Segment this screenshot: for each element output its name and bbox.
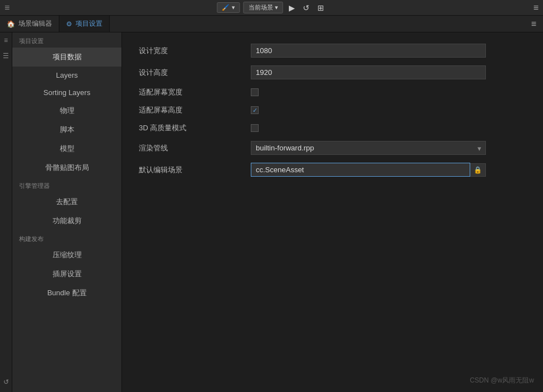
settings-icon: ⚙ bbox=[66, 20, 72, 28]
left-icon-panel: ≡ ☰ ↺ bbox=[0, 32, 12, 392]
form-row-design-height: 设计高度 bbox=[139, 65, 526, 79]
form-row-default-scene: 默认编辑场景 🔒 bbox=[139, 163, 526, 177]
tab-bar-menu[interactable]: ≡ bbox=[525, 19, 543, 29]
input-default-scene[interactable] bbox=[251, 163, 470, 177]
default-scene-input-group: 🔒 bbox=[251, 163, 486, 177]
input-design-width[interactable] bbox=[251, 44, 486, 58]
form-row-hd-mode: 3D 高质量模式 bbox=[139, 123, 526, 133]
paint-tool-btn[interactable]: 🖌️ ▾ bbox=[217, 2, 240, 13]
sidebar-item-skeleton-atlas[interactable]: 骨骼贴图布局 bbox=[12, 158, 121, 177]
sidebar-item-splash-screen[interactable]: 插屏设置 bbox=[12, 265, 121, 284]
label-fit-width: 适配屏幕宽度 bbox=[139, 87, 251, 97]
value-fit-width bbox=[251, 88, 526, 96]
sidebar-section-engine: 引擎管理器 bbox=[12, 177, 121, 192]
value-design-width bbox=[251, 44, 526, 58]
tab-scene-editor[interactable]: 🏠 场景编辑器 bbox=[0, 16, 59, 32]
scene-select-btn[interactable]: 当前场景 ▾ bbox=[244, 2, 283, 13]
checkbox-fit-width[interactable] bbox=[251, 88, 259, 96]
main-layout: ≡ ☰ ↺ 项目设置 项目数据 Layers Sorting Layers 物理… bbox=[0, 32, 543, 392]
label-design-height: 设计高度 bbox=[139, 68, 251, 78]
form-row-fit-height: 适配屏幕高度 bbox=[139, 105, 526, 115]
sidebar-section-build: 构建发布 bbox=[12, 230, 121, 245]
left-menu-btn[interactable]: ≡ bbox=[1, 35, 12, 46]
checkbox-fit-height[interactable] bbox=[251, 106, 259, 114]
top-toolbar: ≡ 🖌️ ▾ 当前场景 ▾ ▶ ↺ ⊞ ≡ bbox=[0, 0, 543, 16]
form-row-render-pipeline: 渲染管线 builtin-forward.rpp builtin-deferre… bbox=[139, 141, 526, 155]
sidebar-item-deconfig[interactable]: 去配置 bbox=[12, 192, 121, 211]
play-btn[interactable]: ▶ bbox=[287, 2, 297, 13]
form-row-fit-width: 适配屏幕宽度 bbox=[139, 87, 526, 97]
input-design-height[interactable] bbox=[251, 65, 486, 79]
select-render-pipeline[interactable]: builtin-forward.rpp builtin-deferred.rpp bbox=[251, 141, 486, 155]
left-list-btn[interactable]: ☰ bbox=[1, 50, 12, 62]
tab-project-settings[interactable]: ⚙ 项目设置 bbox=[59, 16, 110, 32]
render-pipeline-wrapper: builtin-forward.rpp builtin-deferred.rpp bbox=[251, 141, 486, 155]
sidebar-item-sorting-layers[interactable]: Sorting Layers bbox=[12, 84, 121, 101]
sidebar-item-project-data[interactable]: 项目数据 bbox=[12, 48, 121, 67]
content-area: 设计宽度 设计高度 适配屏幕宽度 适配屏幕高度 bbox=[122, 32, 543, 392]
watermark: CSDN @w风雨无阻w bbox=[470, 376, 534, 385]
toolbar-center: 🖌️ ▾ 当前场景 ▾ ▶ ↺ ⊞ bbox=[217, 2, 326, 13]
sidebar-item-scripts[interactable]: 脚本 bbox=[12, 120, 121, 139]
sidebar-item-physics[interactable]: 物理 bbox=[12, 101, 121, 120]
undo-btn[interactable]: ↺ bbox=[301, 2, 312, 13]
form-row-design-width: 设计宽度 bbox=[139, 44, 526, 58]
scene-editor-icon: 🏠 bbox=[7, 20, 15, 28]
label-fit-height: 适配屏幕高度 bbox=[139, 105, 251, 115]
lock-icon[interactable]: 🔒 bbox=[470, 163, 486, 177]
sidebar-item-compress-texture[interactable]: 压缩纹理 bbox=[12, 245, 121, 265]
sidebar-item-feature-crop[interactable]: 功能裁剪 bbox=[12, 211, 121, 230]
sidebar-item-layers[interactable]: Layers bbox=[12, 67, 121, 84]
label-design-width: 设计宽度 bbox=[139, 46, 251, 56]
left-refresh-btn[interactable]: ↺ bbox=[1, 376, 12, 388]
value-fit-height bbox=[251, 106, 526, 114]
grid-btn[interactable]: ⊞ bbox=[315, 2, 326, 13]
label-hd-mode: 3D 高质量模式 bbox=[139, 123, 251, 133]
value-render-pipeline: builtin-forward.rpp builtin-deferred.rpp bbox=[251, 141, 526, 155]
value-hd-mode bbox=[251, 124, 526, 132]
sidebar-section-project: 项目设置 bbox=[12, 32, 121, 48]
label-default-scene: 默认编辑场景 bbox=[139, 165, 251, 175]
scene-label: 当前场景 bbox=[249, 3, 273, 12]
value-design-height bbox=[251, 65, 526, 79]
top-right-hamburger[interactable]: ≡ bbox=[533, 3, 539, 13]
tab-bar: 🏠 场景编辑器 ⚙ 项目设置 ≡ bbox=[0, 16, 543, 32]
left-menu-icon[interactable]: ≡ bbox=[4, 3, 10, 13]
sidebar-item-bundle-config[interactable]: Bundle 配置 bbox=[12, 284, 121, 303]
value-default-scene: 🔒 bbox=[251, 163, 526, 177]
label-render-pipeline: 渲染管线 bbox=[139, 143, 251, 153]
sidebar-item-model[interactable]: 模型 bbox=[12, 139, 121, 158]
checkbox-hd-mode[interactable] bbox=[251, 124, 259, 132]
sidebar: 项目设置 项目数据 Layers Sorting Layers 物理 脚本 模型… bbox=[12, 32, 122, 392]
